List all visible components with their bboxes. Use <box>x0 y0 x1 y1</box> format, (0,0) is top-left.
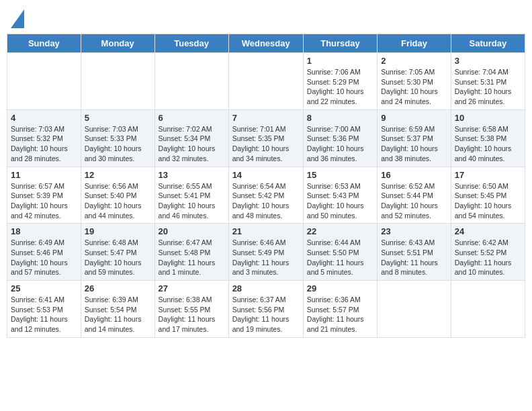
day-number: 15 <box>307 170 373 180</box>
day-number: 27 <box>159 283 225 293</box>
day-info: Sunrise: 6:37 AMSunset: 5:56 PMDaylight:… <box>232 295 300 334</box>
calendar-cell: 23Sunrise: 6:43 AMSunset: 5:51 PMDayligh… <box>378 224 451 281</box>
calendar-cell: 8Sunrise: 7:00 AMSunset: 5:36 PMDaylight… <box>303 109 377 167</box>
calendar-cell: 21Sunrise: 6:46 AMSunset: 5:49 PMDayligh… <box>228 224 303 281</box>
day-number: 2 <box>381 56 447 66</box>
calendar-cell: 9Sunrise: 6:59 AMSunset: 5:37 PMDaylight… <box>378 109 451 167</box>
day-number: 29 <box>307 283 373 293</box>
calendar-cell <box>7 53 81 110</box>
column-header-friday: Friday <box>378 34 451 53</box>
calendar-cell <box>154 53 228 110</box>
calendar-cell: 17Sunrise: 6:50 AMSunset: 5:45 PMDayligh… <box>451 167 525 224</box>
calendar-cell <box>228 53 303 110</box>
column-header-saturday: Saturday <box>451 34 525 53</box>
day-info: Sunrise: 6:58 AMSunset: 5:38 PMDaylight:… <box>455 124 521 164</box>
day-info: Sunrise: 6:38 AMSunset: 5:55 PMDaylight:… <box>159 295 225 334</box>
calendar-cell: 10Sunrise: 6:58 AMSunset: 5:38 PMDayligh… <box>451 109 525 167</box>
calendar-cell <box>451 281 525 338</box>
day-info: Sunrise: 6:57 AMSunset: 5:39 PMDaylight:… <box>11 181 77 221</box>
day-number: 21 <box>232 226 300 236</box>
calendar-week-row: 4Sunrise: 7:03 AMSunset: 5:32 PMDaylight… <box>7 109 525 167</box>
day-number: 25 <box>11 283 77 293</box>
calendar-cell: 24Sunrise: 6:42 AMSunset: 5:52 PMDayligh… <box>451 224 525 281</box>
calendar-cell: 12Sunrise: 6:56 AMSunset: 5:40 PMDayligh… <box>81 167 154 224</box>
calendar-week-row: 11Sunrise: 6:57 AMSunset: 5:39 PMDayligh… <box>7 167 525 224</box>
day-info: Sunrise: 7:03 AMSunset: 5:33 PMDaylight:… <box>85 124 151 164</box>
day-number: 13 <box>159 170 225 180</box>
day-info: Sunrise: 6:44 AMSunset: 5:50 PMDaylight:… <box>307 238 373 277</box>
day-number: 3 <box>455 56 521 66</box>
day-number: 18 <box>11 226 77 236</box>
day-info: Sunrise: 6:56 AMSunset: 5:40 PMDaylight:… <box>85 181 151 221</box>
day-info: Sunrise: 6:41 AMSunset: 5:53 PMDaylight:… <box>11 295 77 334</box>
calendar-cell: 5Sunrise: 7:03 AMSunset: 5:33 PMDaylight… <box>81 109 154 167</box>
calendar-week-row: 18Sunrise: 6:49 AMSunset: 5:46 PMDayligh… <box>7 224 525 281</box>
day-info: Sunrise: 7:06 AMSunset: 5:29 PMDaylight:… <box>307 67 373 107</box>
day-number: 9 <box>381 113 447 123</box>
day-info: Sunrise: 6:50 AMSunset: 5:45 PMDaylight:… <box>455 181 521 221</box>
calendar-cell: 6Sunrise: 7:02 AMSunset: 5:34 PMDaylight… <box>154 109 228 167</box>
logo-icon <box>11 9 24 28</box>
day-number: 7 <box>232 113 300 123</box>
calendar-cell: 19Sunrise: 6:48 AMSunset: 5:47 PMDayligh… <box>81 224 154 281</box>
day-info: Sunrise: 6:59 AMSunset: 5:37 PMDaylight:… <box>381 124 447 164</box>
calendar-cell: 20Sunrise: 6:47 AMSunset: 5:48 PMDayligh… <box>154 224 228 281</box>
day-number: 26 <box>85 283 151 293</box>
day-number: 28 <box>232 283 300 293</box>
calendar-table: SundayMondayTuesdayWednesdayThursdayFrid… <box>7 34 525 338</box>
calendar-cell: 2Sunrise: 7:05 AMSunset: 5:30 PMDaylight… <box>378 53 451 110</box>
day-info: Sunrise: 6:43 AMSunset: 5:51 PMDaylight:… <box>381 238 447 277</box>
day-number: 5 <box>85 113 151 123</box>
day-info: Sunrise: 6:48 AMSunset: 5:47 PMDaylight:… <box>85 238 151 277</box>
calendar-cell: 13Sunrise: 6:55 AMSunset: 5:41 PMDayligh… <box>154 167 228 224</box>
calendar-cell: 1Sunrise: 7:06 AMSunset: 5:29 PMDaylight… <box>303 53 377 110</box>
day-number: 16 <box>381 170 447 180</box>
day-info: Sunrise: 6:52 AMSunset: 5:44 PMDaylight:… <box>381 181 447 221</box>
day-info: Sunrise: 7:04 AMSunset: 5:31 PMDaylight:… <box>455 67 521 107</box>
column-header-wednesday: Wednesday <box>228 34 303 53</box>
day-info: Sunrise: 7:00 AMSunset: 5:36 PMDaylight:… <box>307 124 373 164</box>
day-info: Sunrise: 6:54 AMSunset: 5:42 PMDaylight:… <box>232 181 300 221</box>
day-number: 10 <box>455 113 521 123</box>
calendar-cell: 22Sunrise: 6:44 AMSunset: 5:50 PMDayligh… <box>303 224 377 281</box>
logo <box>9 9 24 28</box>
page-header <box>7 7 525 28</box>
day-number: 8 <box>307 113 373 123</box>
day-number: 20 <box>159 226 225 236</box>
day-info: Sunrise: 6:53 AMSunset: 5:43 PMDaylight:… <box>307 181 373 221</box>
calendar-cell: 3Sunrise: 7:04 AMSunset: 5:31 PMDaylight… <box>451 53 525 110</box>
day-info: Sunrise: 7:02 AMSunset: 5:34 PMDaylight:… <box>159 124 225 164</box>
day-info: Sunrise: 7:01 AMSunset: 5:35 PMDaylight:… <box>232 124 300 164</box>
day-info: Sunrise: 6:49 AMSunset: 5:46 PMDaylight:… <box>11 238 77 277</box>
day-number: 1 <box>307 56 373 66</box>
calendar-cell: 11Sunrise: 6:57 AMSunset: 5:39 PMDayligh… <box>7 167 81 224</box>
calendar-week-row: 1Sunrise: 7:06 AMSunset: 5:29 PMDaylight… <box>7 53 525 110</box>
calendar-cell: 28Sunrise: 6:37 AMSunset: 5:56 PMDayligh… <box>228 281 303 338</box>
calendar-week-row: 25Sunrise: 6:41 AMSunset: 5:53 PMDayligh… <box>7 281 525 338</box>
day-number: 22 <box>307 226 373 236</box>
calendar-cell: 29Sunrise: 6:36 AMSunset: 5:57 PMDayligh… <box>303 281 377 338</box>
calendar-cell: 4Sunrise: 7:03 AMSunset: 5:32 PMDaylight… <box>7 109 81 167</box>
calendar-cell: 27Sunrise: 6:38 AMSunset: 5:55 PMDayligh… <box>154 281 228 338</box>
day-info: Sunrise: 7:05 AMSunset: 5:30 PMDaylight:… <box>381 67 447 107</box>
calendar-cell: 26Sunrise: 6:39 AMSunset: 5:54 PMDayligh… <box>81 281 154 338</box>
calendar-cell: 14Sunrise: 6:54 AMSunset: 5:42 PMDayligh… <box>228 167 303 224</box>
day-number: 17 <box>455 170 521 180</box>
day-number: 4 <box>11 113 77 123</box>
calendar-cell: 15Sunrise: 6:53 AMSunset: 5:43 PMDayligh… <box>303 167 377 224</box>
svg-marker-0 <box>11 9 24 28</box>
calendar-cell <box>81 53 154 110</box>
day-info: Sunrise: 7:03 AMSunset: 5:32 PMDaylight:… <box>11 124 77 164</box>
day-info: Sunrise: 6:39 AMSunset: 5:54 PMDaylight:… <box>85 295 151 334</box>
calendar-cell: 16Sunrise: 6:52 AMSunset: 5:44 PMDayligh… <box>378 167 451 224</box>
day-info: Sunrise: 6:46 AMSunset: 5:49 PMDaylight:… <box>232 238 300 277</box>
calendar-cell: 18Sunrise: 6:49 AMSunset: 5:46 PMDayligh… <box>7 224 81 281</box>
column-header-thursday: Thursday <box>303 34 377 53</box>
column-header-tuesday: Tuesday <box>154 34 228 53</box>
day-number: 19 <box>85 226 151 236</box>
day-number: 6 <box>159 113 225 123</box>
day-number: 11 <box>11 170 77 180</box>
calendar-header-row: SundayMondayTuesdayWednesdayThursdayFrid… <box>7 34 525 53</box>
column-header-sunday: Sunday <box>7 34 81 53</box>
day-number: 24 <box>455 226 521 236</box>
